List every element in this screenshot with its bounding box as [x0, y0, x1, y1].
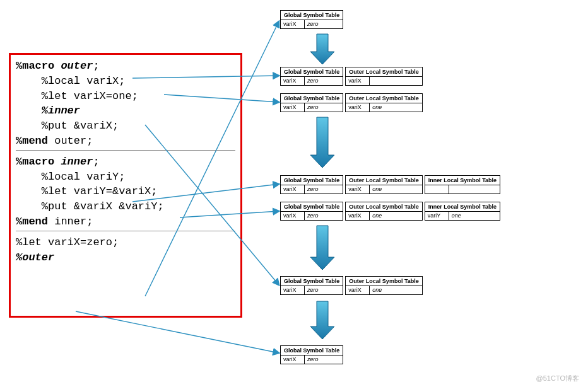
var-name: variY — [425, 212, 449, 220]
table-header: Inner Local Symbol Table — [425, 176, 500, 185]
table-header: Global Symbol Table — [281, 176, 343, 185]
global-symbol-table: Global Symbol Table variX zero — [280, 345, 343, 364]
table-row: variX one — [346, 212, 421, 220]
code-line: %macro inner; — [16, 154, 235, 170]
symbol-state-5: Global Symbol Table variX zero Outer Loc… — [280, 202, 500, 221]
code-line: %let variY=&variX; — [16, 184, 235, 199]
code-line: %put &variX; — [16, 118, 235, 134]
outer-symbol-table: Outer Local Symbol Table variX one — [345, 202, 422, 221]
table-header: Global Symbol Table — [281, 11, 343, 20]
table-row: variX — [346, 77, 421, 85]
global-symbol-table: Global Symbol Table variX zero — [280, 175, 343, 194]
table-row: variX one — [346, 286, 421, 294]
var-value: zero — [305, 185, 329, 193]
down-arrow-icon — [310, 226, 334, 270]
table-row: variX zero — [281, 103, 343, 112]
macro-name: inner — [54, 156, 93, 168]
var-name: variX — [346, 185, 370, 193]
table-header: Outer Local Symbol Table — [346, 67, 421, 77]
inner-symbol-table: Inner Local Symbol Table — [425, 175, 500, 194]
var-value — [449, 185, 473, 193]
table-row — [425, 185, 500, 193]
table-header: Outer Local Symbol Table — [346, 277, 421, 286]
inner-symbol-table: Inner Local Symbol Table variY one — [425, 202, 500, 221]
table-row: variX one — [346, 103, 421, 112]
symbol-state-1: Global Symbol Table variX zero — [280, 10, 343, 29]
divider — [16, 231, 235, 231]
keyword: %mend — [16, 135, 48, 147]
keyword: % — [16, 251, 22, 263]
code-line: %macro outer; — [16, 59, 235, 74]
symbol-state-6: Global Symbol Table variX zero Outer Loc… — [280, 276, 423, 295]
var-name: variX — [346, 103, 370, 112]
var-name: variX — [346, 286, 370, 294]
table-row: variX zero — [281, 212, 343, 220]
outer-symbol-table: Outer Local Symbol Table variX one — [345, 276, 422, 295]
var-value: zero — [305, 355, 329, 364]
table-row: variX zero — [281, 286, 343, 294]
code-line: %let variX=one; — [16, 89, 235, 104]
var-name: variX — [281, 20, 305, 28]
var-name: variX — [281, 77, 305, 85]
table-row: variX zero — [281, 185, 343, 193]
table-header: Global Symbol Table — [281, 277, 343, 286]
var-name: variX — [281, 212, 305, 220]
outer-symbol-table: Outer Local Symbol Table variX one — [345, 93, 422, 112]
global-symbol-table: Global Symbol Table variX zero — [280, 10, 343, 29]
down-arrow-icon — [310, 117, 334, 168]
down-arrow-icon — [310, 34, 334, 64]
symbol-state-7: Global Symbol Table variX zero — [280, 345, 343, 364]
table-header: Inner Local Symbol Table — [425, 202, 500, 212]
symbol-state-4: Global Symbol Table variX zero Outer Loc… — [280, 175, 500, 194]
table-header: Global Symbol Table — [281, 346, 343, 355]
keyword: %macro — [16, 156, 54, 168]
var-name: variX — [281, 185, 305, 193]
var-name: variX — [281, 103, 305, 112]
global-symbol-table: Global Symbol Table variX zero — [280, 93, 343, 112]
table-row: variX zero — [281, 77, 343, 85]
code-line: %put &variX &variY; — [16, 199, 235, 214]
table-row: variY one — [425, 212, 500, 220]
table-header: Global Symbol Table — [281, 202, 343, 212]
var-value: one — [370, 286, 394, 294]
var-value: one — [449, 212, 473, 220]
code-block: %macro outer; %local variX; %let variX=o… — [9, 53, 242, 318]
var-value: zero — [305, 20, 329, 28]
symbol-state-3: Global Symbol Table variX zero Outer Loc… — [280, 93, 423, 112]
code-line: %let variX=zero; — [16, 235, 235, 250]
table-header: Outer Local Symbol Table — [346, 176, 421, 185]
global-symbol-table: Global Symbol Table variX zero — [280, 202, 343, 221]
table-row: variX one — [346, 185, 421, 193]
table-header: Outer Local Symbol Table — [346, 94, 421, 103]
var-value: zero — [305, 286, 329, 294]
divider — [16, 150, 235, 151]
var-value: one — [370, 103, 394, 112]
var-value: one — [370, 212, 394, 220]
var-name: variX — [346, 77, 370, 85]
keyword: %macro — [16, 60, 54, 72]
code-line: %local variY; — [16, 170, 235, 185]
macro-call: inner — [48, 105, 80, 117]
keyword: % — [16, 105, 48, 117]
var-value: one — [370, 185, 394, 193]
var-value: zero — [305, 212, 329, 220]
code-line: %local variX; — [16, 74, 235, 89]
var-name — [425, 185, 449, 193]
var-value: zero — [305, 77, 329, 85]
global-symbol-table: Global Symbol Table variX zero — [280, 276, 343, 295]
symbol-state-2: Global Symbol Table variX zero Outer Loc… — [280, 67, 423, 86]
code-line: %inner — [16, 103, 235, 118]
code-line: %outer — [16, 250, 235, 265]
table-row: variX zero — [281, 20, 343, 28]
macro-name: outer — [54, 60, 93, 72]
keyword: %mend — [16, 216, 48, 228]
table-header: Global Symbol Table — [281, 67, 343, 77]
table-header: Outer Local Symbol Table — [346, 202, 421, 212]
var-name: variX — [281, 355, 305, 364]
code-line: %mend outer; — [16, 134, 235, 149]
down-arrow-icon — [310, 301, 334, 339]
var-name: variX — [346, 212, 370, 220]
var-name: variX — [281, 286, 305, 294]
global-symbol-table: Global Symbol Table variX zero — [280, 67, 343, 86]
outer-symbol-table: Outer Local Symbol Table variX — [345, 67, 422, 86]
